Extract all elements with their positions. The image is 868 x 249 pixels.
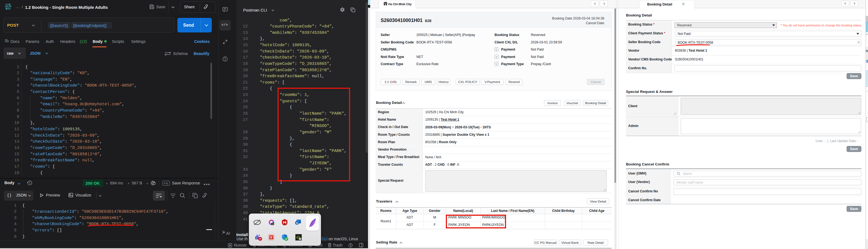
svg-text:O: O [296, 221, 299, 225]
svg-text:T: T [256, 237, 257, 239]
svg-text:M365: M365 [272, 223, 275, 225]
svg-text:HTTP: HTTP [5, 5, 11, 8]
svg-text:V: V [270, 236, 272, 239]
